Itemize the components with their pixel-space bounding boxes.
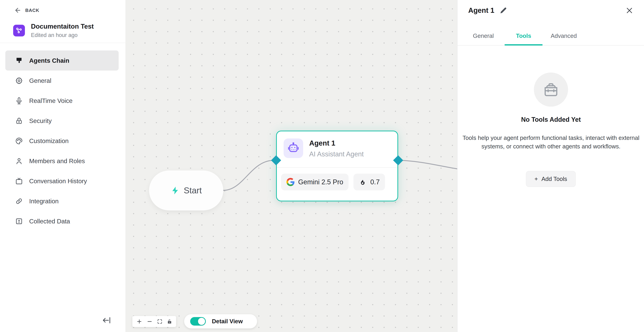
sidebar-item-label: RealTime Voice [29, 97, 72, 104]
sidebar-item-label: Conversation History [29, 178, 87, 185]
paintbrush-icon [15, 57, 23, 64]
bolt-icon [170, 186, 180, 195]
google-logo [286, 178, 294, 186]
temperature-value: 0.7 [370, 178, 380, 186]
sidebar-item-members-and-roles[interactable]: Members and Roles [5, 151, 119, 171]
panel-title: Agent 1 [468, 6, 494, 14]
workspace-header: Documentaiton Test Edited an hour ago [13, 23, 94, 38]
robot-icon [284, 138, 303, 158]
collapse-sidebar-button[interactable] [102, 316, 111, 325]
panel-header: Agent 1 [468, 6, 633, 14]
link-icon [15, 197, 23, 205]
start-node[interactable]: Start [149, 170, 223, 210]
edit-pencil-icon[interactable] [500, 7, 507, 14]
add-tools-button[interactable]: + Add Tools [526, 171, 576, 187]
agent-node-subtitle: AI Assistant Agent [309, 150, 364, 158]
gear-icon [15, 77, 23, 84]
agent-node-header: Agent 1 AI Assistant Agent [284, 138, 364, 158]
id-card-icon [15, 218, 23, 225]
user-icon [15, 157, 23, 165]
sidebar-item-customization[interactable]: Customization [5, 131, 119, 151]
start-node-label: Start [184, 186, 202, 195]
sidebar: BACK Documentaiton Test Edited an hour a… [0, 0, 126, 332]
sidebar-item-label: Members and Roles [29, 157, 85, 165]
zoom-out-icon[interactable] [146, 319, 153, 325]
sidebar-item-label: Collected Data [29, 218, 70, 225]
toolbox-icon [534, 72, 568, 107]
back-button[interactable]: BACK [14, 7, 39, 14]
toggle-knob [198, 318, 205, 325]
sidebar-item-label: Integration [29, 198, 58, 205]
detail-view-control: Detail View [184, 314, 257, 329]
microphone-icon [15, 97, 23, 104]
agent-detail-panel: Agent 1 General Tools Advanced No Tools … [457, 0, 644, 332]
sidebar-item-label: Agents Chain [29, 57, 70, 64]
tv-icon [15, 177, 23, 185]
fit-view-icon[interactable] [157, 319, 162, 324]
empty-state-heading: No Tools Added Yet [458, 116, 644, 123]
sidebar-item-label: Customization [29, 137, 69, 144]
sidebar-item-label: Security [29, 117, 52, 124]
agent-node-divider [277, 167, 398, 168]
flame-icon [359, 178, 367, 186]
tab-tools[interactable]: Tools [504, 27, 544, 45]
detail-view-toggle[interactable] [190, 317, 206, 326]
workspace-subtitle: Edited an hour ago [31, 32, 94, 38]
empty-state-description: Tools help your agent perform functional… [462, 134, 640, 151]
workspace-logo [13, 25, 25, 36]
plus-icon: + [534, 176, 538, 182]
arrow-left-icon [14, 7, 21, 14]
sidebar-item-conversation-history[interactable]: Conversation History [5, 171, 119, 191]
sidebar-item-realtime-voice[interactable]: RealTime Voice [5, 91, 119, 111]
palette-icon [15, 137, 23, 145]
tab-advanced[interactable]: Advanced [544, 27, 584, 45]
close-icon[interactable] [626, 6, 633, 14]
sidebar-nav: Agents Chain General RealTime Voice [0, 50, 126, 231]
workspace-title: Documentaiton Test [31, 23, 94, 30]
flow-canvas[interactable]: Start Agent 1 [126, 0, 457, 332]
sidebar-item-security[interactable]: Security [5, 111, 119, 131]
canvas-zoom-controls [132, 316, 176, 327]
sidebar-item-general[interactable]: General [5, 70, 119, 91]
agent-node-title: Agent 1 [309, 139, 364, 147]
tab-general[interactable]: General [463, 27, 504, 45]
panel-tabs: General Tools Advanced [458, 27, 644, 45]
agent-node[interactable]: Agent 1 AI Assistant Agent Gemini [276, 131, 398, 201]
agent-builder-app: BACK Documentaiton Test Edited an hour a… [0, 0, 644, 332]
lock-icon[interactable] [167, 319, 172, 324]
detail-view-label: Detail View [212, 318, 243, 325]
sidebar-item-collected-data[interactable]: Collected Data [5, 211, 119, 231]
model-badge[interactable]: Gemini 2.5 Pro [281, 174, 348, 190]
model-name: Gemini 2.5 Pro [298, 178, 343, 186]
sidebar-item-label: General [29, 77, 52, 84]
agent-node-badges: Gemini 2.5 Pro 0.7 [281, 174, 385, 190]
sidebar-item-integration[interactable]: Integration [5, 191, 119, 211]
sidebar-item-agents-chain[interactable]: Agents Chain [5, 50, 119, 70]
lock-icon [15, 117, 23, 125]
zoom-in-icon[interactable] [136, 319, 142, 325]
sidebar-divider [0, 43, 126, 43]
temperature-badge[interactable]: 0.7 [354, 174, 385, 190]
add-tools-label: Add Tools [541, 176, 567, 182]
back-label: BACK [25, 8, 39, 13]
